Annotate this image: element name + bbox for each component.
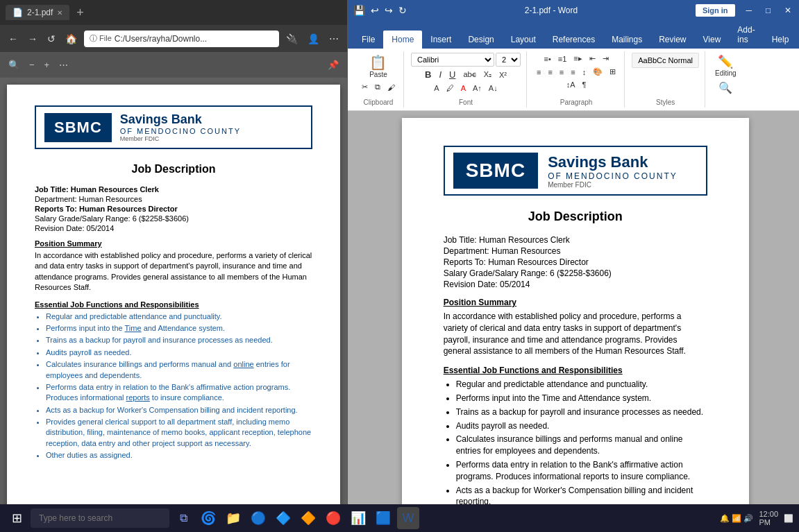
- find-button[interactable]: 🔍: [716, 80, 735, 96]
- tab-view[interactable]: View: [695, 31, 730, 49]
- pdf-tab[interactable]: 📄 2-1.pdf ✕: [6, 5, 69, 20]
- pdf-toolbar: ← → ↺ 🏠 ⓘ File C:/Users/rayha/Downlo... …: [0, 25, 347, 53]
- pdf-zoom-in[interactable]: +: [42, 58, 53, 71]
- multilevel-button[interactable]: ≡▸: [571, 53, 584, 65]
- highlight-button[interactable]: 🖊: [444, 83, 457, 94]
- word-undo-icon[interactable]: ↩: [371, 5, 379, 16]
- profile-button[interactable]: 👤: [305, 32, 322, 46]
- minimize-button[interactable]: ─: [741, 4, 758, 17]
- windows-start-button[interactable]: ⊞: [6, 507, 28, 529]
- tab-addins[interactable]: Add-ins: [729, 21, 763, 49]
- cut-button[interactable]: ✂: [359, 81, 371, 93]
- close-button[interactable]: ✕: [779, 4, 797, 17]
- pdf-pin-button[interactable]: 📌: [325, 58, 342, 71]
- maximize-button[interactable]: □: [760, 4, 776, 17]
- align-right-button[interactable]: ≡: [557, 67, 566, 78]
- task-view-button[interactable]: ⧉: [172, 507, 194, 529]
- pdf-content[interactable]: SBMC Savings Bank OF MENDOCINO COUNTY Me…: [0, 78, 347, 504]
- file-explorer-icon[interactable]: 📁: [222, 507, 244, 529]
- refresh-button[interactable]: ↺: [44, 32, 58, 46]
- tab-help[interactable]: Help: [764, 31, 798, 49]
- subscript-button[interactable]: X₂: [481, 69, 494, 80]
- superscript-button[interactable]: X²: [496, 69, 510, 80]
- font-format-row: B I U abc̶ X₂ X²: [422, 68, 510, 81]
- pdf-more-options[interactable]: ⋯: [56, 58, 71, 71]
- tab-design[interactable]: Design: [460, 31, 502, 49]
- word-save-icon[interactable]: 💾: [353, 5, 365, 16]
- show-formatting-button[interactable]: ¶: [580, 79, 589, 90]
- bullets-button[interactable]: ≡•: [541, 53, 553, 65]
- pdf-tab-close[interactable]: ✕: [57, 9, 62, 17]
- extensions-button[interactable]: 🔌: [283, 32, 301, 46]
- word-salary: Salary Grade/Salary Range: 6 ($2258-$360…: [444, 268, 707, 278]
- clock: 12:00PM: [759, 510, 778, 526]
- word-content-area[interactable]: SBMC Savings Bank OF MENDOCINO COUNTY Me…: [348, 111, 799, 517]
- font-color-button[interactable]: A: [458, 83, 469, 94]
- align-row: ≡ ≡ ≡ ≡ ↕ 🎨 ⊞: [534, 66, 619, 78]
- word-taskbar-icon[interactable]: W: [397, 507, 419, 529]
- font-size-selector[interactable]: 20: [496, 53, 521, 67]
- taskbar-search-input[interactable]: [31, 508, 169, 528]
- justify-button[interactable]: ≡: [568, 67, 578, 78]
- tab-mailings[interactable]: Mailings: [603, 31, 650, 49]
- app-icon-1[interactable]: 🔶: [297, 507, 319, 529]
- editing-group: ✏️ Editing 🔍: [707, 51, 745, 108]
- bold-button[interactable]: B: [422, 68, 434, 81]
- decrease-font-button[interactable]: A↓: [486, 83, 501, 94]
- tab-review[interactable]: Review: [650, 31, 694, 49]
- line-spacing-button[interactable]: ↕: [580, 67, 589, 78]
- decrease-indent-button[interactable]: ⇤: [587, 53, 598, 65]
- forward-button[interactable]: →: [25, 32, 40, 46]
- copy-button[interactable]: ⧉: [372, 81, 383, 93]
- pdf-viewer: 📄 2-1.pdf ✕ + ← → ↺ 🏠 ⓘ File C:/Users/ra…: [0, 0, 348, 504]
- text-effects-button[interactable]: A: [431, 83, 441, 94]
- sort-button[interactable]: ↕A: [564, 79, 578, 90]
- font-color-row: A 🖊 A A↑ A↓: [431, 83, 500, 94]
- pdf-search-icon[interactable]: 🔍: [6, 58, 22, 71]
- app-icon-2[interactable]: 🔴: [322, 507, 344, 529]
- menu-button[interactable]: ⋯: [326, 32, 342, 46]
- list-item: Performs input into the Time and Attenda…: [46, 323, 312, 334]
- back-button[interactable]: ←: [6, 32, 21, 46]
- font-name-selector[interactable]: Calibri: [411, 53, 494, 67]
- sort-row: ↕A ¶: [564, 79, 589, 90]
- numbering-button[interactable]: ≡1: [555, 53, 570, 65]
- tab-home[interactable]: Home: [383, 31, 422, 49]
- align-left-button[interactable]: ≡: [534, 67, 544, 78]
- app-icon-3[interactable]: 📊: [347, 507, 369, 529]
- list-item: Calculates insurance billings and perfor…: [456, 434, 707, 457]
- shading-button[interactable]: 🎨: [590, 66, 605, 78]
- strikethrough-button[interactable]: abc̶: [460, 69, 478, 80]
- tab-references[interactable]: References: [544, 31, 603, 49]
- borders-button[interactable]: ⊞: [607, 66, 619, 78]
- word-auto-save-icon[interactable]: ↻: [398, 5, 407, 16]
- increase-indent-button[interactable]: ⇥: [600, 53, 612, 65]
- address-text: C:/Users/rayha/Downlo...: [115, 34, 207, 44]
- pdf-tab-bar: 📄 2-1.pdf ✕ +: [0, 0, 347, 25]
- address-bar[interactable]: ⓘ File C:/Users/rayha/Downlo...: [84, 31, 279, 47]
- editing-label: Editing: [715, 69, 737, 77]
- align-center-button[interactable]: ≡: [545, 67, 555, 78]
- app-icon-4[interactable]: 🟦: [372, 507, 394, 529]
- paste-button[interactable]: 📋 Paste: [367, 53, 390, 80]
- tab-insert[interactable]: Insert: [422, 31, 460, 49]
- word-redo-icon[interactable]: ↪: [385, 5, 393, 16]
- editing-button[interactable]: ✏️ Editing: [712, 53, 739, 78]
- increase-font-button[interactable]: A↑: [470, 83, 485, 94]
- pdf-zoom-out[interactable]: −: [26, 58, 37, 71]
- list-item: Trains as a backup for payroll and insur…: [46, 335, 312, 345]
- tab-layout[interactable]: Layout: [503, 31, 544, 49]
- styles-gallery[interactable]: AaBbCc Normal: [632, 53, 699, 68]
- chrome-icon[interactable]: 🔵: [247, 507, 269, 529]
- pdf-new-tab-button[interactable]: +: [72, 6, 88, 20]
- underline-button[interactable]: U: [446, 68, 458, 81]
- vscode-icon[interactable]: 🔷: [272, 507, 294, 529]
- tab-file[interactable]: File: [353, 31, 383, 49]
- pdf-position-summary-title: Position Summary: [35, 239, 312, 248]
- sign-in-button[interactable]: Sign in: [696, 4, 735, 17]
- home-button[interactable]: 🏠: [62, 32, 80, 46]
- show-desktop[interactable]: ⬜: [784, 514, 793, 523]
- italic-button[interactable]: I: [436, 68, 444, 81]
- edge-browser-icon[interactable]: 🌀: [197, 507, 219, 529]
- format-painter-button[interactable]: 🖌: [385, 82, 398, 93]
